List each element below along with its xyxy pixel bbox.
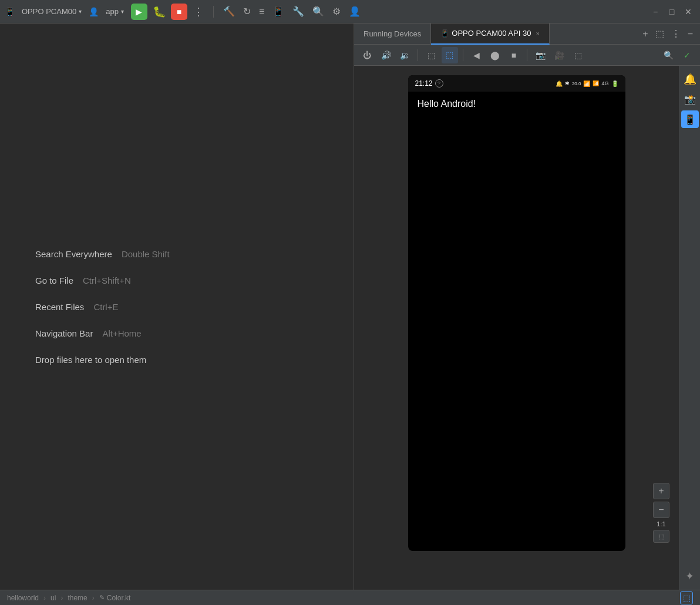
tab-minimize-icon[interactable]: − — [685, 26, 695, 42]
toolbar-separator-3 — [527, 49, 527, 61]
check-icon: ✓ — [684, 51, 691, 60]
hint-nav-label[interactable]: Navigation Bar — [35, 328, 93, 338]
breadcrumb-sep-2: › — [60, 594, 63, 602]
sim-icon: 📶 — [593, 80, 599, 86]
power-button[interactable]: ⏻ — [359, 47, 375, 63]
rotate-portrait-button[interactable]: ⬚ — [423, 47, 439, 63]
breadcrumb-ui-label: ui — [51, 594, 56, 602]
screenrecord-button[interactable]: 🎥 — [551, 47, 567, 63]
power-icon: ⏻ — [363, 51, 371, 60]
run-button[interactable]: ▶ — [131, 4, 147, 20]
window-controls: − □ ✕ — [648, 5, 695, 19]
tab-device-api[interactable]: 📱 OPPO PCAM00 API 30 × — [431, 23, 550, 45]
debug-button[interactable]: 🐛 — [151, 4, 167, 20]
side-star-icon[interactable]: ✦ — [681, 567, 699, 585]
screenshot-icon: 📷 — [536, 51, 546, 60]
toolbar-settings-icon[interactable]: ⚙ — [330, 4, 343, 19]
hint-goto-label[interactable]: Go to File — [35, 275, 73, 285]
stop-button[interactable]: ■ — [171, 4, 187, 20]
volume-down-icon: 🔉 — [400, 51, 410, 60]
drop-files-text: Drop files here to open them — [35, 355, 146, 365]
device-toolbar: ⏻ 🔊 🔉 ⬚ ⬚ ◀ ⬤ ■ — [354, 45, 700, 66]
file-edit-icon: ✎ — [99, 594, 105, 601]
status-notification-icon[interactable]: ⬚ — [680, 591, 693, 604]
app-icon: 👤 — [89, 7, 99, 16]
hint-recent-shortcut: Ctrl+E — [93, 302, 118, 312]
breadcrumb-ui[interactable]: ui — [51, 594, 56, 602]
toolbar-right: 🔍 ✓ — [660, 47, 695, 63]
app-name: app — [106, 7, 119, 16]
screenrecord-icon: 🎥 — [554, 51, 564, 60]
zoom-fit-icon: ⬚ — [659, 533, 664, 540]
back-icon: ◀ — [473, 51, 480, 60]
side-device-mirror-glyph: 📱 — [684, 114, 696, 125]
device-selector[interactable]: OPPO PCAM00 ▾ — [18, 6, 85, 17]
volume-up-button[interactable]: 🔊 — [378, 47, 394, 63]
side-screenshot-icon[interactable]: 📸 — [681, 90, 699, 108]
more-options-button[interactable]: ⋮ — [191, 4, 206, 19]
notification-badge-icon: ⬚ — [683, 593, 691, 603]
toolbar-sync-icon[interactable]: ↻ — [241, 4, 253, 19]
tab-running-devices[interactable]: Running Devices — [354, 23, 431, 45]
minimize-button[interactable]: − — [648, 5, 662, 19]
device-chevron-icon: ▾ — [79, 8, 82, 15]
breadcrumb-theme[interactable]: theme — [68, 594, 87, 602]
notification-icon: 🔔 — [684, 73, 696, 86]
check-button[interactable]: ✓ — [679, 47, 695, 63]
status-bar-right: ⬚ — [680, 591, 693, 604]
maximize-button[interactable]: □ — [665, 5, 679, 19]
main-layout: Search Everywhere Double Shift Go to Fil… — [0, 23, 700, 590]
close-button[interactable]: ✕ — [681, 5, 695, 19]
volume-down-button[interactable]: 🔉 — [396, 47, 413, 63]
back-button[interactable]: ◀ — [468, 47, 484, 63]
hint-nav-bar: Navigation Bar Alt+Home — [35, 328, 142, 338]
phone-screen: 21:12 ? 🔔 ✱ 20.0 📶 📶 4G 🔋 — [408, 75, 625, 551]
phone-time-question: ? — [435, 79, 443, 88]
tab-split-icon[interactable]: ⬚ — [653, 26, 667, 42]
screen-mirror-button[interactable]: ⬚ — [570, 47, 586, 63]
phone-status-icons: 🔔 ✱ 20.0 📶 📶 4G 🔋 — [556, 80, 618, 87]
tab-running-devices-label: Running Devices — [364, 29, 421, 38]
screenshot-button[interactable]: 📷 — [532, 47, 548, 63]
zoom-out-button[interactable]: − — [653, 502, 669, 518]
editor-area: Search Everywhere Double Shift Go to Fil… — [0, 23, 354, 590]
breadcrumb-theme-label: theme — [68, 594, 87, 602]
phone-container: 21:12 ? 🔔 ✱ 20.0 📶 📶 4G 🔋 — [354, 66, 700, 590]
toolbar-account-icon[interactable]: 👤 — [346, 4, 363, 19]
toolbar-build-icon[interactable]: 🔨 — [221, 4, 237, 19]
zoom-in-button[interactable]: + — [653, 483, 669, 499]
side-device-mirror-icon[interactable]: 📱 — [681, 110, 699, 128]
breadcrumb-helloworld[interactable]: helloworld — [7, 594, 39, 602]
breadcrumb-file[interactable]: ✎ Color.kt — [99, 594, 131, 602]
tab-more-icon[interactable]: ⋮ — [669, 26, 683, 42]
recents-button[interactable]: ■ — [506, 47, 522, 63]
toolbar-gradle-icon[interactable]: ≡ — [257, 4, 267, 19]
minimize-icon: − — [653, 7, 658, 16]
maximize-icon: □ — [669, 7, 674, 16]
toolbar-search-icon[interactable]: 🔍 — [310, 4, 327, 19]
zoom-controls: + − 1:1 ⬚ — [653, 483, 669, 543]
tab-close-icon[interactable]: × — [536, 30, 539, 37]
run-icon: ▶ — [136, 7, 142, 16]
toolbar-avd-icon[interactable]: 📱 — [270, 4, 287, 19]
device-name: OPPO PCAM00 — [22, 7, 76, 16]
phone-area: 21:12 ? 🔔 ✱ 20.0 📶 📶 4G 🔋 — [354, 66, 679, 590]
bluetooth-icon: ✱ — [565, 80, 570, 86]
breadcrumb-helloworld-label: helloworld — [7, 594, 39, 602]
home-button[interactable]: ⬤ — [487, 47, 503, 63]
toolbar-sdk-icon[interactable]: 🔧 — [290, 4, 307, 19]
rotate-landscape-button[interactable]: ⬚ — [442, 47, 458, 63]
hint-search-label[interactable]: Search Everywhere — [35, 249, 112, 259]
add-tab-button[interactable]: + — [640, 26, 650, 42]
toolbar-separator-2 — [463, 49, 463, 61]
wifi-icon: 📶 — [583, 80, 590, 87]
app-selector[interactable]: app ▾ — [102, 6, 127, 17]
zoom-ratio-label: 1:1 — [657, 520, 665, 527]
hint-search-shortcut: Double Shift — [122, 249, 170, 259]
zoom-fit-button[interactable]: ⬚ — [653, 530, 669, 543]
inspect-button[interactable]: 🔍 — [660, 47, 677, 63]
hint-recent-label[interactable]: Recent Files — [35, 302, 84, 312]
rotate-landscape-icon: ⬚ — [445, 51, 455, 59]
side-notification-icon[interactable]: 🔔 — [681, 70, 699, 88]
screen-mirror-icon: ⬚ — [574, 51, 582, 60]
